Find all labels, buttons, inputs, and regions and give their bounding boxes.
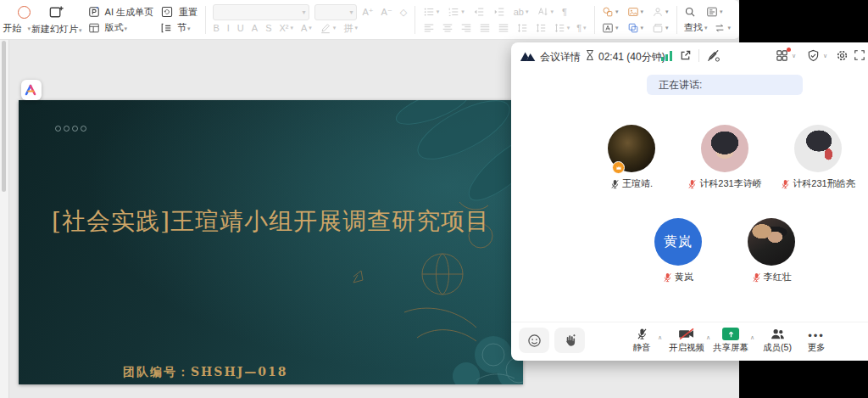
- new-slide-icon: [48, 4, 64, 20]
- reset-icon: [160, 5, 174, 19]
- increase-indent-icon[interactable]: [493, 6, 505, 18]
- highlight-color-icon[interactable]: ▾: [320, 22, 337, 35]
- toolbar-group-start: 开始▾: [0, 3, 34, 38]
- mic-icon: [637, 328, 648, 340]
- start-menu[interactable]: 开始: [3, 22, 21, 35]
- participant-tile[interactable]: 王瑄靖.: [585, 125, 678, 190]
- combine-shapes-icon[interactable]: ▾: [627, 22, 644, 34]
- raise-hand-button[interactable]: [554, 328, 585, 353]
- superscript-icon[interactable]: X²▾: [279, 22, 293, 35]
- security-shield-icon[interactable]: [807, 49, 820, 62]
- participant-tile[interactable]: 李红壮: [725, 218, 818, 283]
- security-chevron-icon[interactable]: ∨: [823, 53, 827, 59]
- participant-name: 王瑄靖.: [622, 177, 653, 190]
- increase-font-size-icon[interactable]: A⁺: [362, 7, 373, 18]
- wps-toolbar: 开始▾ 新建幻灯片▾ AI 生成单页 版式▾ 重置: [0, 0, 739, 40]
- avatar: [794, 125, 842, 172]
- mic-muted-icon: [752, 272, 761, 283]
- toolbar-group-paragraph: ▾▾ab▾▾¶ ▾¶▾: [420, 3, 590, 37]
- panel-scrollbar[interactable]: [2, 41, 6, 192]
- more-dots-icon: •••: [808, 332, 825, 340]
- font-color-icon[interactable]: A▾: [301, 22, 312, 35]
- align-objects-icon[interactable]: ¶▾: [576, 22, 586, 34]
- italic-icon[interactable]: I: [227, 22, 230, 35]
- participant-name: 黄岚: [675, 271, 693, 283]
- start-video-button[interactable]: 开启视频: [663, 326, 710, 354]
- phonetic-guide-icon[interactable]: 拼▾: [343, 22, 358, 35]
- toolbar-group-font: ▾ ▾ A⁺A⁻◇ BIUASX²▾A▾▾拼▾: [209, 3, 410, 37]
- new-slide-button[interactable]: 新建幻灯片▾: [29, 3, 85, 37]
- layout-icon: [88, 22, 100, 34]
- paragraph-settings-icon[interactable]: ¶: [562, 6, 567, 18]
- meeting-app-logo: [520, 51, 538, 62]
- layout-button[interactable]: 版式▾: [88, 20, 153, 36]
- insert-shape-icon[interactable]: ▾: [602, 6, 619, 18]
- reset-button[interactable]: 重置: [160, 4, 198, 20]
- numbered-list-icon[interactable]: ▾: [448, 6, 465, 18]
- replace-icon[interactable]: ▾: [714, 22, 731, 34]
- find-button[interactable]: 查找▾: [684, 21, 708, 34]
- speaking-indicator: 正在讲话:: [647, 75, 803, 95]
- insert-picture-icon[interactable]: ▾: [627, 6, 644, 18]
- text-direction-icon[interactable]: ▾: [537, 6, 554, 18]
- insert-person-icon[interactable]: ▾: [652, 6, 669, 18]
- emoji-reaction-button[interactable]: [519, 328, 549, 353]
- arrange-icon[interactable]: ▾: [652, 22, 669, 34]
- decrease-para-spacing-icon[interactable]: [535, 22, 547, 34]
- justify-icon[interactable]: [479, 22, 491, 34]
- mic-muted-icon: [687, 179, 697, 189]
- pop-out-icon[interactable]: [679, 49, 692, 62]
- participant-tile[interactable]: 计科231邢皓亮: [771, 125, 865, 190]
- toolbar-group-insert: ▾▾▾ ▾▾▾: [598, 3, 672, 37]
- bullet-list-icon[interactable]: ▾: [423, 6, 440, 18]
- avatar-huanglan: 黄岚: [654, 218, 702, 266]
- more-button[interactable]: ••• 更多: [793, 326, 840, 354]
- participant-name: 计科231李诗峤: [699, 177, 761, 190]
- align-right-icon[interactable]: [460, 22, 472, 34]
- insert-textbox-icon[interactable]: ▾: [602, 22, 619, 34]
- char-effect-icon[interactable]: A: [252, 22, 258, 35]
- smiley-icon: [527, 334, 542, 348]
- timer-chevron-icon[interactable]: ∨: [652, 53, 656, 59]
- network-signal-icon[interactable]: [661, 50, 673, 61]
- slide-decoration: [19, 100, 523, 384]
- selection-pane-icon[interactable]: ▾: [706, 6, 723, 18]
- section-icon: [160, 22, 172, 34]
- participant-tile[interactable]: 黄岚 黄岚: [632, 218, 725, 283]
- font-family-select[interactable]: ▾: [213, 4, 309, 20]
- sync-icon[interactable]: [18, 6, 31, 19]
- section-button[interactable]: 节▾: [160, 20, 198, 36]
- mic-on-icon: [610, 179, 620, 189]
- align-center-icon[interactable]: [442, 22, 453, 34]
- wps-ai-assistant-icon: [25, 84, 38, 96]
- decrease-indent-icon[interactable]: [473, 6, 485, 18]
- settings-gear-icon[interactable]: [836, 49, 849, 62]
- search-icon[interactable]: [684, 6, 696, 18]
- char-spacing-icon[interactable]: ab▾: [514, 6, 529, 18]
- fullscreen-icon[interactable]: [854, 49, 865, 61]
- meeting-window: 会议详情 02:41 (40分钟) ∨ ∨ ∨ 正在讲话: 王瑄靖. 计科231…: [511, 42, 868, 361]
- ai-page-icon: [88, 6, 100, 18]
- font-size-select[interactable]: ▾: [314, 4, 357, 20]
- wps-ai-assistant-button[interactable]: [21, 80, 42, 100]
- share-screen-button[interactable]: 共享屏幕: [707, 326, 754, 354]
- slide-canvas[interactable]: [社会实践]王瑄靖小组开展调查研究项目 团队编号：SHSHJ—018 小组成员：…: [19, 100, 523, 384]
- slide-team-number[interactable]: 团队编号：SHSHJ—018: [123, 365, 288, 380]
- increase-para-spacing-icon[interactable]: [516, 22, 528, 34]
- underline-icon[interactable]: U: [237, 22, 244, 35]
- participant-name: 计科231邢皓亮: [793, 177, 854, 190]
- meeting-details-button[interactable]: 会议详情: [540, 50, 581, 64]
- participant-tile[interactable]: 计科231李诗峤: [678, 125, 771, 190]
- decrease-font-size-icon[interactable]: A⁻: [381, 7, 392, 18]
- layout-chevron-icon[interactable]: ∨: [792, 53, 796, 59]
- recording-disabled-icon[interactable]: [706, 49, 721, 62]
- ai-generate-page-button[interactable]: AI 生成单页: [88, 4, 153, 20]
- clear-format-icon[interactable]: ◇: [400, 7, 407, 18]
- mute-chevron-icon[interactable]: ∧: [658, 334, 662, 341]
- bold-icon[interactable]: B: [213, 22, 219, 35]
- slide-title[interactable]: [社会实践]王瑄靖小组开展调查研究项目: [19, 205, 523, 238]
- align-left-icon[interactable]: [423, 22, 435, 34]
- line-spacing-icon[interactable]: ▾: [554, 22, 570, 34]
- strikethrough-icon[interactable]: S: [265, 22, 271, 35]
- distribute-icon[interactable]: [498, 22, 509, 34]
